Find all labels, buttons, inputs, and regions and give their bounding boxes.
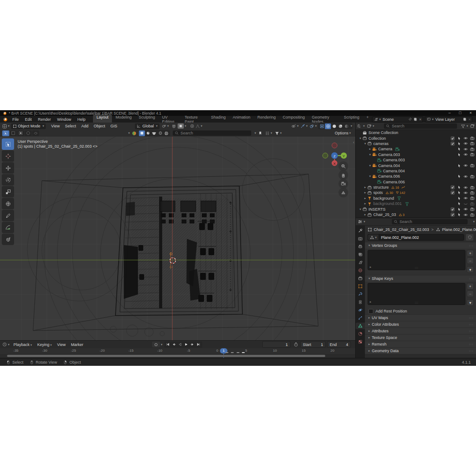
show-only-selected-icon[interactable]: ▾ (291, 123, 299, 129)
panel-uv-maps[interactable]: ▸ UV Maps == (365, 315, 476, 321)
eye-toggle-icon[interactable] (463, 174, 469, 179)
outliner-row-camera-006[interactable]: ▾Camera.006 (356, 174, 476, 179)
outliner-row-scene-collection[interactable]: Scene Collection (356, 130, 476, 135)
panel-attributes[interactable]: ▸ Attributes == (365, 328, 476, 334)
new-view-layer-icon[interactable] (463, 117, 467, 122)
outliner-row-camera-003[interactable]: Camera.003 (356, 157, 476, 163)
eye-toggle-icon[interactable] (463, 152, 469, 157)
pivot-point-dropdown[interactable]: ▾ (162, 123, 169, 129)
add-shape-key-button[interactable]: + (467, 283, 474, 290)
outliner-display-mode-icon[interactable]: ▾ (357, 123, 365, 129)
properties-tab-output[interactable] (356, 243, 365, 250)
properties-editor-icon[interactable]: ▾ (357, 219, 365, 224)
topbar-menu-help[interactable]: Help (74, 117, 89, 122)
add-rest-position-checkbox[interactable] (368, 309, 373, 314)
mode-dropdown[interactable]: Object Mode ▾ (11, 123, 46, 129)
check-toggle-icon[interactable] (450, 190, 455, 195)
camera-toggle-icon[interactable] (469, 141, 475, 146)
check-toggle-icon[interactable] (450, 136, 455, 141)
camera-toggle-icon[interactable] (469, 207, 475, 212)
shading-rendered-icon[interactable] (343, 123, 350, 129)
outliner-row-camera-003[interactable]: ▾Camera.003 (356, 152, 476, 157)
cursor-toggle-icon[interactable] (456, 207, 462, 212)
view-layer-selector[interactable]: ▾ View Layer × (425, 116, 472, 123)
cursor-toggle-icon[interactable] (456, 190, 462, 195)
topbar-menu-render[interactable]: Render (35, 117, 54, 122)
start-frame-field[interactable]: Start1 (300, 341, 326, 348)
expand-icon[interactable]: ▸ (368, 147, 372, 151)
topbar-menu-window[interactable]: Window (54, 117, 74, 122)
tool-add-cube[interactable] (2, 234, 14, 245)
transform-orientation-dropdown[interactable]: Global ▾ (135, 123, 160, 129)
viewport-menu-select[interactable]: Select (62, 124, 78, 128)
cursor-toggle-icon[interactable] (456, 212, 462, 217)
properties-tab-world[interactable] (356, 267, 365, 274)
app-menu-blender-icon[interactable] (3, 117, 7, 122)
outliner-row-camera-006[interactable]: Camera.006 (356, 179, 476, 185)
tool-search-input[interactable]: Search (173, 130, 251, 136)
outliner-row-camera-004[interactable]: ▾Camera.004 (356, 163, 476, 168)
shading-material-icon[interactable] (337, 123, 343, 129)
select-mode-select-lasso[interactable] (25, 130, 32, 136)
options-dropdown[interactable]: Options▾ (335, 131, 351, 135)
collapse-icon[interactable]: ▾ (358, 208, 362, 211)
vertex-group-specials-button[interactable]: ▾ (467, 266, 474, 273)
properties-search-input[interactable]: Search (392, 219, 468, 224)
eye-toggle-icon[interactable] (463, 136, 469, 141)
camera-toggle-icon[interactable] (469, 185, 475, 190)
outliner-row-collection[interactable]: ▾Collection (356, 135, 476, 141)
collapse-icon[interactable]: ▾ (368, 153, 372, 156)
toggle-printer-icon[interactable] (164, 130, 170, 136)
cursor-toggle-icon[interactable] (456, 196, 462, 201)
timeline-menu-marker[interactable]: Marker (68, 342, 86, 347)
timeline-editor-icon[interactable]: ▾ (2, 342, 10, 347)
minimize-button[interactable]: – (444, 110, 455, 116)
outliner-row-structure[interactable]: ▸structure16 (356, 185, 476, 190)
remove-shape-key-button[interactable]: − (467, 290, 474, 297)
eye-toggle-icon[interactable] (463, 163, 469, 168)
toggle-monkey-icon[interactable] (151, 130, 157, 136)
cursor-toggle-icon[interactable] (456, 201, 462, 206)
next-keyframe-button[interactable] (190, 342, 196, 347)
properties-tab-collection[interactable] (356, 275, 365, 282)
tool-measure[interactable] (2, 222, 14, 233)
add-vertex-group-button[interactable]: + (467, 250, 474, 257)
outliner-row-chair-25-03[interactable]: ▸Chair_25_033 (356, 212, 476, 217)
remove-vertex-group-button[interactable]: − (467, 257, 474, 264)
breadcrumb-data[interactable]: Plane.002_Plane.002 (442, 227, 476, 232)
camera-toggle-icon[interactable] (469, 163, 475, 168)
eye-toggle-icon[interactable] (463, 196, 469, 201)
jump-to-end-button[interactable] (196, 342, 202, 347)
collapse-icon[interactable]: ▾ (368, 175, 372, 178)
panel-geometry-data[interactable]: ▸ Geometry Data == (365, 348, 476, 354)
viewport-menu-view[interactable]: View (48, 124, 62, 128)
editor-type-icon[interactable]: ▾ (2, 124, 10, 129)
eye-toggle-icon[interactable] (463, 190, 469, 195)
camera-toggle-icon[interactable] (469, 190, 475, 195)
panel-grip[interactable]: == (469, 323, 474, 327)
camera-toggle-icon[interactable] (469, 212, 475, 217)
check-toggle-icon[interactable] (450, 141, 455, 146)
properties-tab-texture[interactable] (356, 338, 365, 345)
outliner-filter-funnel-icon[interactable]: ▾ (461, 124, 468, 129)
select-mode-select-extra[interactable] (32, 130, 39, 136)
datablock-type-dropdown[interactable]: ▾ (368, 234, 379, 241)
vertex-groups-panel-header[interactable]: ▾ Vertex Groups == (365, 242, 476, 249)
expand-icon[interactable]: ▸ (363, 213, 367, 216)
panel-texture-space[interactable]: ▸ Texture Space == (365, 335, 476, 341)
camera-view-button[interactable] (338, 179, 348, 189)
auto-key-record-icon[interactable] (152, 342, 160, 347)
properties-tab-object[interactable] (356, 283, 365, 290)
shape-keys-panel-header[interactable]: ▾ Shape Keys == (365, 275, 476, 282)
properties-tab-data[interactable] (356, 323, 365, 329)
timeline-menu-view[interactable]: View (55, 342, 68, 347)
properties-tab-view-layer[interactable] (356, 251, 365, 258)
timeline-menu-playback[interactable]: Playback▾ (11, 342, 35, 347)
select-mode-tweak[interactable] (2, 130, 9, 136)
cursor-toggle-icon[interactable] (456, 147, 462, 151)
current-frame-field[interactable]: 1 (262, 341, 290, 348)
collapse-icon[interactable]: ▾ (368, 164, 372, 167)
proportional-editing-icon[interactable] (189, 123, 195, 129)
properties-tab-material[interactable] (356, 331, 365, 337)
timeline-ruler[interactable]: -35-30-25-20-15-10-5051015201 (0, 348, 355, 354)
